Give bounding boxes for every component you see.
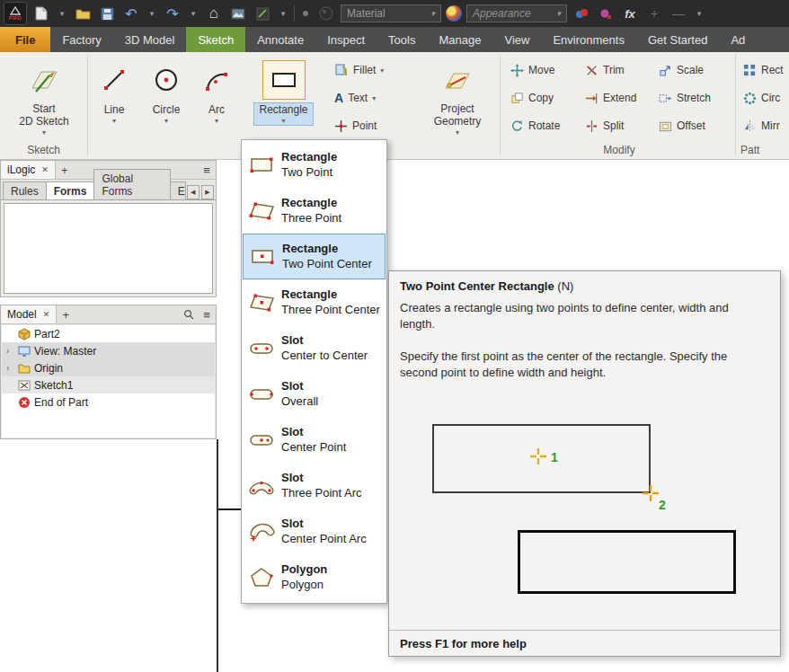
tree-item-origin[interactable]: › Origin bbox=[2, 359, 215, 376]
new-file-dropdown-icon[interactable]: ▾ bbox=[56, 4, 68, 23]
tab-file[interactable]: File bbox=[0, 27, 50, 52]
menu-item-rectangle-two-point-center[interactable]: Rectangle Two Point Center bbox=[243, 234, 386, 279]
tree-item-part2[interactable]: Part2 bbox=[2, 325, 215, 342]
copy-button[interactable]: Copy bbox=[508, 87, 556, 109]
toolbar-separator bbox=[294, 5, 295, 22]
rectangle-button[interactable]: Rectangle ▾ bbox=[241, 55, 326, 137]
tree-item-end-of-part[interactable]: End of Part bbox=[2, 393, 215, 411]
menu-item-slot-center-point-arc[interactable]: Slot Center Point Arc bbox=[242, 508, 386, 554]
tab-addins[interactable]: Ad bbox=[719, 27, 757, 52]
sketch-update-icon[interactable] bbox=[253, 4, 272, 23]
panel-label-pattern[interactable]: Patt bbox=[740, 144, 789, 156]
menu-item-rectangle-three-point-center[interactable]: Rectangle Three Point Center bbox=[242, 279, 386, 325]
globe-icon[interactable] bbox=[316, 4, 336, 23]
parameters-fx-icon[interactable]: fx bbox=[620, 4, 640, 23]
menu-item-polygon[interactable]: Polygon Polygon bbox=[242, 554, 386, 600]
expand-icon[interactable]: › bbox=[6, 346, 14, 356]
tab-annotate[interactable]: Annotate bbox=[245, 27, 315, 52]
offset-button[interactable]: Offset bbox=[656, 115, 708, 137]
tab-factory[interactable]: Factory bbox=[50, 27, 112, 52]
model-search-icon[interactable] bbox=[180, 305, 198, 323]
text-button[interactable]: A Text ▾ bbox=[332, 87, 407, 109]
ilogic-scroll-left-icon[interactable]: ◀ bbox=[187, 185, 199, 199]
ilogic-scroll-right-icon[interactable]: ▶ bbox=[201, 185, 214, 199]
ilogic-menu-icon[interactable]: ≡ bbox=[198, 161, 216, 179]
browser-dock-edge[interactable] bbox=[217, 439, 218, 672]
ilogic-forms-list[interactable] bbox=[4, 203, 213, 294]
move-button[interactable]: Move bbox=[508, 59, 557, 81]
minus-icon: — bbox=[669, 4, 688, 23]
start-2d-sketch-button[interactable]: Start 2D Sketch ▾ bbox=[4, 55, 84, 137]
scale-button[interactable]: Scale bbox=[656, 59, 706, 81]
menu-item-slot-three-point-arc[interactable]: Slot Three Point Arc bbox=[242, 463, 386, 508]
menu-item-rectangle-two-point[interactable]: Rectangle Two Point bbox=[242, 142, 386, 188]
panel-label-modify[interactable]: Modify bbox=[503, 144, 735, 156]
tab-environments[interactable]: Environments bbox=[541, 27, 635, 52]
menu-item-slot-center-point[interactable]: Slot Center Point bbox=[242, 417, 386, 463]
redo-icon[interactable]: ↷ bbox=[163, 4, 182, 23]
adjust-color-icon[interactable] bbox=[572, 4, 591, 23]
menu-item-title: Slot bbox=[281, 517, 304, 530]
circle-button[interactable]: Circle ▾ bbox=[142, 55, 191, 137]
ilogic-close-icon[interactable]: ✕ bbox=[41, 165, 49, 174]
ilogic-add-tab-icon[interactable]: + bbox=[56, 161, 74, 179]
menu-item-subtitle: Center Point bbox=[281, 440, 346, 454]
model-close-icon[interactable]: ✕ bbox=[43, 310, 50, 319]
appearance-combobox[interactable]: Appearance ▾ bbox=[466, 4, 567, 22]
point-icon bbox=[334, 119, 348, 133]
open-folder-icon[interactable] bbox=[73, 4, 93, 23]
model-add-tab-icon[interactable]: + bbox=[57, 305, 75, 323]
menu-item-rectangle-three-point[interactable]: Rectangle Three Point bbox=[242, 188, 386, 234]
split-button[interactable]: Split bbox=[582, 115, 626, 137]
point2-crosshair-icon bbox=[643, 485, 659, 501]
redo-dropdown-icon[interactable]: ▾ bbox=[187, 4, 199, 23]
toolbar-overflow-icon[interactable]: ▾ bbox=[277, 4, 289, 23]
line-button[interactable]: Line ▾ bbox=[93, 55, 136, 137]
circular-pattern-button[interactable]: Circ bbox=[740, 87, 789, 109]
trim-button[interactable]: Trim bbox=[582, 59, 627, 81]
tab-sketch[interactable]: Sketch bbox=[186, 27, 245, 52]
expand-icon[interactable]: › bbox=[6, 363, 14, 373]
undo-dropdown-icon[interactable]: ▾ bbox=[146, 4, 158, 23]
home-icon[interactable]: ⌂ bbox=[204, 4, 224, 23]
point-button[interactable]: Point bbox=[332, 115, 407, 137]
material-combobox[interactable]: Material ▾ bbox=[341, 4, 441, 22]
ilogic-tab-events[interactable]: E bbox=[170, 181, 186, 199]
panel-label-sketch[interactable]: Sketch bbox=[0, 144, 87, 156]
mirror-button[interactable]: Mirr bbox=[740, 115, 789, 137]
tab-tools[interactable]: Tools bbox=[377, 27, 427, 52]
ilogic-tab-rules[interactable]: Rules bbox=[3, 181, 47, 199]
model-tab[interactable]: Model ✕ bbox=[1, 305, 57, 323]
project-geometry-button[interactable]: Project Geometry ▾ bbox=[422, 55, 492, 137]
arc-button[interactable]: Arc ▾ bbox=[196, 55, 237, 137]
tab-get-started[interactable]: Get Started bbox=[636, 27, 719, 52]
ilogic-tab-global-forms[interactable]: Global Forms bbox=[93, 169, 170, 199]
add-parameter-icon[interactable]: + bbox=[644, 4, 664, 23]
tree-item-sketch1[interactable]: Sketch1 bbox=[2, 376, 215, 393]
arc-label: Arc bbox=[208, 103, 225, 116]
ilogic-tab-forms[interactable]: Forms bbox=[46, 181, 95, 199]
tab-manage[interactable]: Manage bbox=[427, 27, 492, 52]
stretch-button[interactable]: Stretch bbox=[656, 87, 714, 109]
undo-icon[interactable]: ↶ bbox=[121, 4, 141, 23]
save-icon[interactable] bbox=[97, 4, 117, 23]
menu-item-slot-overall[interactable]: Slot Overall bbox=[242, 371, 386, 417]
clear-appearance-icon[interactable] bbox=[596, 4, 616, 23]
extend-button[interactable]: Extend bbox=[582, 87, 639, 109]
model-menu-icon[interactable]: ≡ bbox=[198, 305, 216, 323]
measure-icon[interactable] bbox=[299, 4, 312, 23]
tab-view[interactable]: View bbox=[492, 27, 541, 52]
tab-inspect[interactable]: Inspect bbox=[315, 27, 377, 52]
fillet-button[interactable]: Fillet ▾ bbox=[332, 59, 407, 81]
ilogic-tab[interactable]: iLogic ✕ bbox=[1, 161, 56, 179]
tree-item-view-master[interactable]: › View: Master bbox=[2, 342, 215, 359]
circle-icon bbox=[146, 60, 186, 100]
color-sphere-icon[interactable] bbox=[446, 5, 462, 22]
rotate-button[interactable]: Rotate bbox=[508, 115, 563, 137]
new-file-icon[interactable] bbox=[31, 4, 51, 23]
rectangular-pattern-button[interactable]: Rect bbox=[740, 59, 789, 81]
render-image-icon[interactable] bbox=[228, 4, 248, 23]
titlebar-caret-icon[interactable]: ▾ bbox=[693, 4, 705, 23]
tab-3d-model[interactable]: 3D Model bbox=[113, 27, 187, 52]
menu-item-slot-center-to-center[interactable]: Slot Center to Center bbox=[242, 325, 386, 371]
